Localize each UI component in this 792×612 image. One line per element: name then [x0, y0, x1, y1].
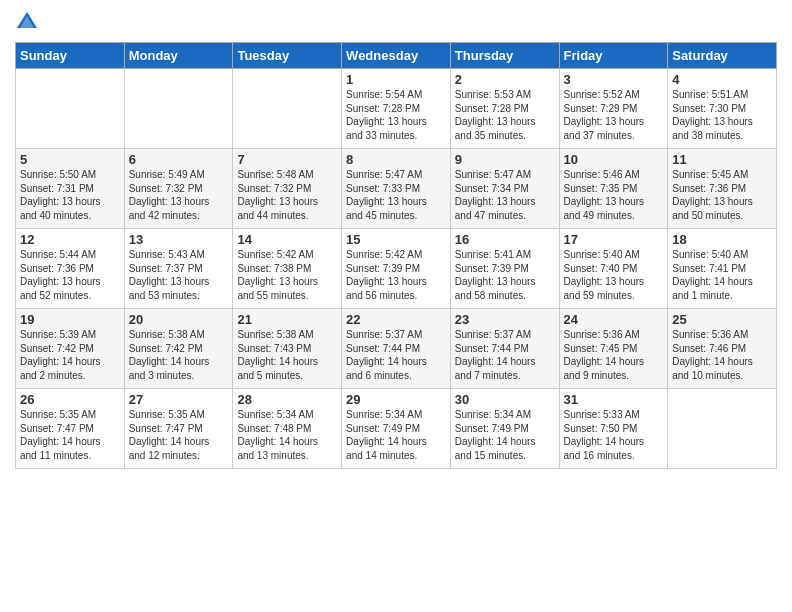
week-row-3: 19Sunrise: 5:39 AM Sunset: 7:42 PM Dayli…: [16, 309, 777, 389]
day-number: 27: [129, 392, 229, 407]
logo: [15, 10, 43, 34]
day-number: 14: [237, 232, 337, 247]
day-cell: 22Sunrise: 5:37 AM Sunset: 7:44 PM Dayli…: [342, 309, 451, 389]
day-number: 11: [672, 152, 772, 167]
day-cell: 28Sunrise: 5:34 AM Sunset: 7:48 PM Dayli…: [233, 389, 342, 469]
day-cell: 29Sunrise: 5:34 AM Sunset: 7:49 PM Dayli…: [342, 389, 451, 469]
day-info: Sunrise: 5:50 AM Sunset: 7:31 PM Dayligh…: [20, 168, 120, 222]
day-number: 5: [20, 152, 120, 167]
day-number: 23: [455, 312, 555, 327]
day-info: Sunrise: 5:47 AM Sunset: 7:34 PM Dayligh…: [455, 168, 555, 222]
day-number: 10: [564, 152, 664, 167]
day-info: Sunrise: 5:39 AM Sunset: 7:42 PM Dayligh…: [20, 328, 120, 382]
day-info: Sunrise: 5:52 AM Sunset: 7:29 PM Dayligh…: [564, 88, 664, 142]
calendar-container: SundayMondayTuesdayWednesdayThursdayFrid…: [0, 0, 792, 484]
weekday-sunday: Sunday: [16, 43, 125, 69]
day-cell: 8Sunrise: 5:47 AM Sunset: 7:33 PM Daylig…: [342, 149, 451, 229]
weekday-friday: Friday: [559, 43, 668, 69]
day-info: Sunrise: 5:35 AM Sunset: 7:47 PM Dayligh…: [129, 408, 229, 462]
day-cell: 23Sunrise: 5:37 AM Sunset: 7:44 PM Dayli…: [450, 309, 559, 389]
day-info: Sunrise: 5:48 AM Sunset: 7:32 PM Dayligh…: [237, 168, 337, 222]
day-info: Sunrise: 5:45 AM Sunset: 7:36 PM Dayligh…: [672, 168, 772, 222]
day-number: 17: [564, 232, 664, 247]
day-number: 7: [237, 152, 337, 167]
day-cell: 24Sunrise: 5:36 AM Sunset: 7:45 PM Dayli…: [559, 309, 668, 389]
day-info: Sunrise: 5:36 AM Sunset: 7:46 PM Dayligh…: [672, 328, 772, 382]
weekday-thursday: Thursday: [450, 43, 559, 69]
day-cell: 14Sunrise: 5:42 AM Sunset: 7:38 PM Dayli…: [233, 229, 342, 309]
day-cell: 27Sunrise: 5:35 AM Sunset: 7:47 PM Dayli…: [124, 389, 233, 469]
day-number: 8: [346, 152, 446, 167]
day-info: Sunrise: 5:38 AM Sunset: 7:43 PM Dayligh…: [237, 328, 337, 382]
day-cell: 26Sunrise: 5:35 AM Sunset: 7:47 PM Dayli…: [16, 389, 125, 469]
day-number: 13: [129, 232, 229, 247]
day-info: Sunrise: 5:44 AM Sunset: 7:36 PM Dayligh…: [20, 248, 120, 302]
week-row-1: 5Sunrise: 5:50 AM Sunset: 7:31 PM Daylig…: [16, 149, 777, 229]
day-number: 30: [455, 392, 555, 407]
day-info: Sunrise: 5:51 AM Sunset: 7:30 PM Dayligh…: [672, 88, 772, 142]
day-info: Sunrise: 5:41 AM Sunset: 7:39 PM Dayligh…: [455, 248, 555, 302]
day-cell: 2Sunrise: 5:53 AM Sunset: 7:28 PM Daylig…: [450, 69, 559, 149]
day-cell: 12Sunrise: 5:44 AM Sunset: 7:36 PM Dayli…: [16, 229, 125, 309]
day-info: Sunrise: 5:40 AM Sunset: 7:41 PM Dayligh…: [672, 248, 772, 302]
day-number: 1: [346, 72, 446, 87]
day-cell: [668, 389, 777, 469]
day-info: Sunrise: 5:33 AM Sunset: 7:50 PM Dayligh…: [564, 408, 664, 462]
weekday-header-row: SundayMondayTuesdayWednesdayThursdayFrid…: [16, 43, 777, 69]
day-number: 28: [237, 392, 337, 407]
day-number: 16: [455, 232, 555, 247]
day-info: Sunrise: 5:54 AM Sunset: 7:28 PM Dayligh…: [346, 88, 446, 142]
day-info: Sunrise: 5:53 AM Sunset: 7:28 PM Dayligh…: [455, 88, 555, 142]
day-cell: 21Sunrise: 5:38 AM Sunset: 7:43 PM Dayli…: [233, 309, 342, 389]
day-info: Sunrise: 5:43 AM Sunset: 7:37 PM Dayligh…: [129, 248, 229, 302]
day-number: 6: [129, 152, 229, 167]
day-number: 9: [455, 152, 555, 167]
day-cell: [233, 69, 342, 149]
week-row-2: 12Sunrise: 5:44 AM Sunset: 7:36 PM Dayli…: [16, 229, 777, 309]
weekday-monday: Monday: [124, 43, 233, 69]
weekday-wednesday: Wednesday: [342, 43, 451, 69]
day-cell: 30Sunrise: 5:34 AM Sunset: 7:49 PM Dayli…: [450, 389, 559, 469]
day-info: Sunrise: 5:40 AM Sunset: 7:40 PM Dayligh…: [564, 248, 664, 302]
day-cell: 16Sunrise: 5:41 AM Sunset: 7:39 PM Dayli…: [450, 229, 559, 309]
day-number: 12: [20, 232, 120, 247]
day-number: 29: [346, 392, 446, 407]
day-info: Sunrise: 5:34 AM Sunset: 7:49 PM Dayligh…: [455, 408, 555, 462]
day-cell: [16, 69, 125, 149]
day-cell: 4Sunrise: 5:51 AM Sunset: 7:30 PM Daylig…: [668, 69, 777, 149]
day-number: 31: [564, 392, 664, 407]
day-info: Sunrise: 5:34 AM Sunset: 7:48 PM Dayligh…: [237, 408, 337, 462]
day-cell: 19Sunrise: 5:39 AM Sunset: 7:42 PM Dayli…: [16, 309, 125, 389]
day-info: Sunrise: 5:35 AM Sunset: 7:47 PM Dayligh…: [20, 408, 120, 462]
day-cell: 7Sunrise: 5:48 AM Sunset: 7:32 PM Daylig…: [233, 149, 342, 229]
day-number: 4: [672, 72, 772, 87]
day-number: 25: [672, 312, 772, 327]
weekday-saturday: Saturday: [668, 43, 777, 69]
day-cell: 3Sunrise: 5:52 AM Sunset: 7:29 PM Daylig…: [559, 69, 668, 149]
day-info: Sunrise: 5:34 AM Sunset: 7:49 PM Dayligh…: [346, 408, 446, 462]
day-number: 21: [237, 312, 337, 327]
day-number: 26: [20, 392, 120, 407]
day-info: Sunrise: 5:47 AM Sunset: 7:33 PM Dayligh…: [346, 168, 446, 222]
weekday-tuesday: Tuesday: [233, 43, 342, 69]
day-info: Sunrise: 5:46 AM Sunset: 7:35 PM Dayligh…: [564, 168, 664, 222]
day-cell: 9Sunrise: 5:47 AM Sunset: 7:34 PM Daylig…: [450, 149, 559, 229]
day-cell: 15Sunrise: 5:42 AM Sunset: 7:39 PM Dayli…: [342, 229, 451, 309]
calendar-table: SundayMondayTuesdayWednesdayThursdayFrid…: [15, 42, 777, 469]
day-info: Sunrise: 5:36 AM Sunset: 7:45 PM Dayligh…: [564, 328, 664, 382]
day-info: Sunrise: 5:37 AM Sunset: 7:44 PM Dayligh…: [455, 328, 555, 382]
day-number: 15: [346, 232, 446, 247]
day-number: 19: [20, 312, 120, 327]
week-row-4: 26Sunrise: 5:35 AM Sunset: 7:47 PM Dayli…: [16, 389, 777, 469]
day-number: 18: [672, 232, 772, 247]
week-row-0: 1Sunrise: 5:54 AM Sunset: 7:28 PM Daylig…: [16, 69, 777, 149]
day-cell: [124, 69, 233, 149]
day-cell: 5Sunrise: 5:50 AM Sunset: 7:31 PM Daylig…: [16, 149, 125, 229]
day-info: Sunrise: 5:42 AM Sunset: 7:39 PM Dayligh…: [346, 248, 446, 302]
day-info: Sunrise: 5:49 AM Sunset: 7:32 PM Dayligh…: [129, 168, 229, 222]
day-cell: 10Sunrise: 5:46 AM Sunset: 7:35 PM Dayli…: [559, 149, 668, 229]
day-cell: 6Sunrise: 5:49 AM Sunset: 7:32 PM Daylig…: [124, 149, 233, 229]
day-info: Sunrise: 5:37 AM Sunset: 7:44 PM Dayligh…: [346, 328, 446, 382]
day-cell: 31Sunrise: 5:33 AM Sunset: 7:50 PM Dayli…: [559, 389, 668, 469]
day-cell: 13Sunrise: 5:43 AM Sunset: 7:37 PM Dayli…: [124, 229, 233, 309]
